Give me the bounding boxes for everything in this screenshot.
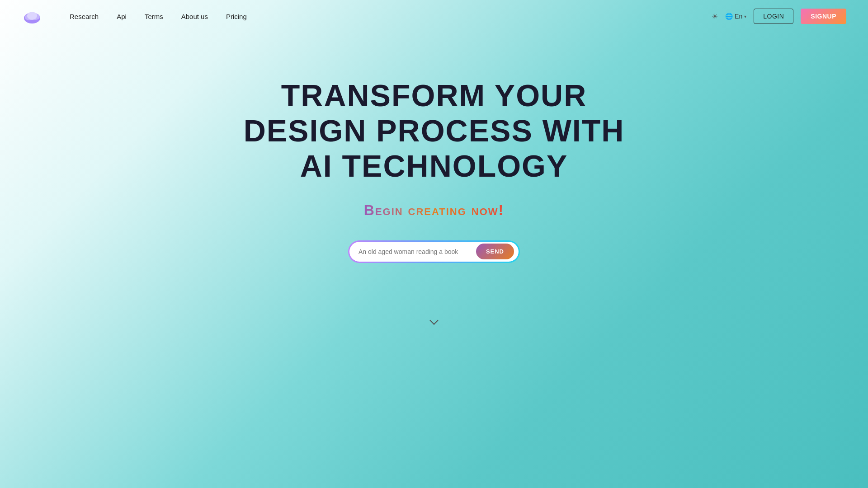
globe-icon: 🌐 [725,13,733,20]
nav-right: ☀ 🌐 En ▾ LOGIN SIGNUP [712,9,846,24]
lang-label: En [735,13,742,20]
language-selector[interactable]: 🌐 En ▾ [725,13,746,20]
nav-pricing[interactable]: Pricing [226,13,247,20]
scroll-down-indicator[interactable] [431,317,437,324]
signup-button[interactable]: SIGNUP [801,9,846,24]
chevron-down-icon [429,316,439,325]
hero-title: Transform your design process with AI te… [231,78,637,184]
nav-api[interactable]: Api [117,13,127,20]
chevron-down-icon: ▾ [744,14,746,19]
search-wrapper: SEND [348,240,520,263]
svg-point-3 [27,12,37,20]
nav-terms[interactable]: Terms [145,13,163,20]
nav-about[interactable]: About us [181,13,208,20]
search-container: SEND [348,240,520,263]
hero-subtitle: Begin creating now! [364,202,504,219]
nav-links: Research Api Terms About us Pricing [70,13,712,20]
send-button[interactable]: SEND [476,244,514,259]
search-input[interactable] [359,242,474,262]
search-inner: SEND [349,242,519,262]
navbar: Research Api Terms About us Pricing ☀ 🌐 … [0,0,868,33]
nav-research[interactable]: Research [70,13,99,20]
sun-icon[interactable]: ☀ [712,12,718,21]
hero-section: Transform your design process with AI te… [0,33,868,324]
logo[interactable] [22,8,42,24]
login-button[interactable]: LOGIN [754,9,793,24]
